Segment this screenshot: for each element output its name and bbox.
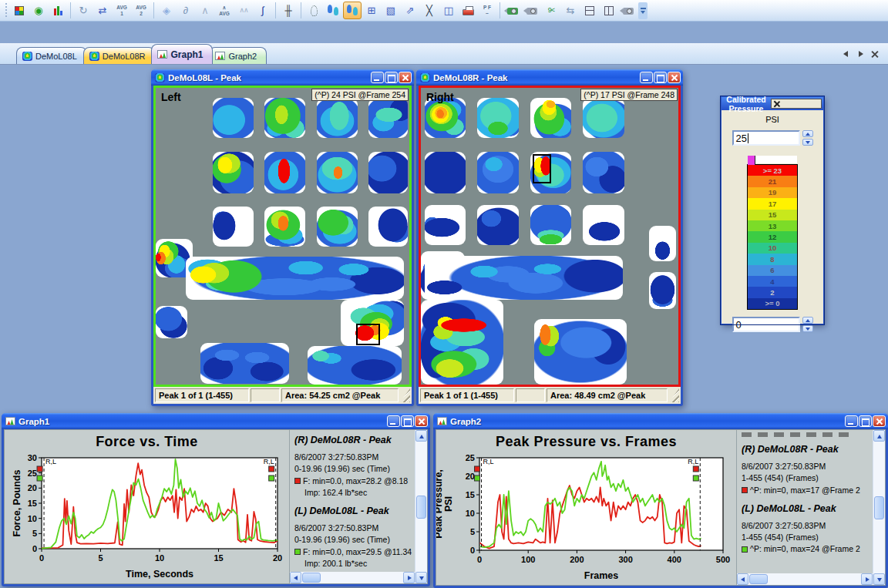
tab-graph2[interactable]: Graph2 [209,47,267,64]
pressure-cell[interactable] [264,152,305,193]
max-spin-up-icon[interactable] [802,130,813,137]
integral-icon[interactable]: ∫ [254,2,272,19]
graph1-titlebar[interactable]: Graph1 [2,413,430,429]
cell-grid-icon[interactable]: ⊞ [362,2,381,19]
pressure-cell[interactable] [368,152,408,193]
close-button[interactable] [399,72,412,83]
pressure-cell[interactable] [477,98,518,138]
scroll-up-icon[interactable] [415,430,427,442]
pressure-cell[interactable] [317,98,358,138]
movie-camera-icon[interactable] [503,2,522,19]
pressure-cell[interactable] [368,207,408,247]
tools-icon[interactable]: ╳ [420,2,439,19]
pressure-cell[interactable] [368,98,408,138]
pressure-cell[interactable] [213,152,254,193]
graph1-vertical-scrollbar[interactable] [415,430,427,583]
toolbar-overflow-icon[interactable] [638,2,648,19]
tab-scroll-right-icon[interactable] [856,49,866,59]
tile-horizontal-icon[interactable] [580,2,599,19]
pressure-cell[interactable] [317,207,358,247]
pressure-cell[interactable] [264,207,305,247]
pressure-cell[interactable] [530,98,571,138]
pressure-cell[interactable] [264,98,305,138]
rotate-icon[interactable]: ↻ [74,2,92,19]
pressure-cell[interactable] [477,152,518,193]
pressure-cell[interactable] [213,207,254,247]
both-feet-icon[interactable] [324,2,342,19]
foot-outline-icon[interactable] [304,2,323,19]
pf-display-icon[interactable]: P F~ [478,2,496,19]
force-time-chart-zone[interactable]: Force vs. Time 05101520253005101520R,LR,… [5,430,290,583]
scroll-thumb[interactable] [749,574,768,584]
pressure-cell[interactable] [200,343,289,384]
left-pressure-map[interactable]: Left (^P) 24 PSI @Frame 254 [156,88,409,385]
max-pressure-input[interactable]: 25 [732,130,800,146]
close-button[interactable] [873,415,886,427]
pressure-cell[interactable] [583,205,624,245]
resize-grip[interactable] [400,388,410,402]
pressure-cell[interactable] [317,152,358,193]
minimize-button[interactable] [387,415,400,427]
right-map-titlebar[interactable]: DeMoL08R - Peak [416,69,683,86]
selected-cell-outline[interactable] [356,324,380,344]
screen-capture-icon[interactable] [619,2,637,19]
tab-scroll-left-icon[interactable] [841,49,851,59]
graph2-horizontal-scrollbar[interactable] [737,573,873,585]
pressure-cell[interactable] [186,257,404,300]
zoom-arrow-icon[interactable]: ⇗ [401,2,419,19]
film-print-icon[interactable] [459,2,477,19]
close-button[interactable] [668,72,681,83]
min-pressure-input[interactable]: 0 [732,317,800,332]
pressure-cell[interactable] [649,226,676,261]
pressure-cell[interactable] [534,319,627,385]
pressure-cell[interactable] [421,300,503,385]
selected-cell-outline[interactable] [533,154,551,183]
close-button[interactable] [415,415,428,427]
palette-close-icon[interactable] [771,99,822,109]
peak-pressure-chart-zone[interactable]: Peak Pressure vs. Frames 051015202501002… [436,430,737,585]
pressure-cell[interactable] [425,256,623,301]
frame-export-icon[interactable]: 9< [542,2,560,19]
scroll-up-icon[interactable] [873,430,885,442]
minimize-button[interactable] [371,72,384,83]
multi-peak-icon[interactable]: ∧∧ [234,2,253,19]
resize-grip[interactable] [669,388,679,402]
pressure-cell[interactable] [213,98,254,138]
pressure-cell[interactable] [583,152,624,193]
min-spin-down-icon[interactable] [802,325,813,332]
scroll-right-icon[interactable] [861,573,873,585]
peak-pressure-chart[interactable]: 05101520250100200300400500R,LR,LFramesPe… [436,450,734,583]
3d-view-icon[interactable] [49,2,67,19]
2d-view-icon[interactable] [10,2,29,19]
maximize-button[interactable] [859,415,872,427]
graph1-horizontal-scrollbar[interactable] [290,572,415,583]
video-export-icon[interactable] [523,2,541,19]
pressure-cell[interactable] [156,306,187,338]
minimize-button[interactable] [640,72,653,83]
tab-close-icon[interactable] [870,49,880,59]
average-2-icon[interactable]: AVG2 [132,2,150,19]
right-pressure-map[interactable]: Right (^P) 17 PSI @Frame 248 [421,88,678,385]
palette-titlebar[interactable]: Calibrated Pressure [722,97,823,110]
graph2-titlebar[interactable]: Graph2 [433,413,888,429]
tab-graph1[interactable]: Graph1 [151,44,213,64]
tab-demol08l[interactable]: DeMoL08L [16,47,87,64]
graph-new-icon[interactable]: ▧ [382,2,400,19]
average-curve-icon[interactable]: ∧AVG [215,2,234,19]
pressure-cell[interactable] [477,205,518,245]
pressure-cell[interactable] [425,98,466,138]
pressure-cell[interactable] [308,346,402,385]
pressure-cell[interactable] [530,205,571,245]
pressure-cell[interactable] [341,300,404,346]
mirror-icon[interactable]: ⇄ [93,2,112,19]
scroll-thumb[interactable] [302,573,321,583]
maximize-button[interactable] [385,72,398,83]
minimize-button[interactable] [845,415,858,427]
gauge-icon[interactable]: ◫ [439,2,458,19]
smoothing-icon[interactable]: ∂ [177,2,195,19]
loop-playback-icon[interactable]: ⇆ [561,2,580,19]
force-time-chart[interactable]: 05101520253005101520R,LR,LTime, SecondsF… [5,450,287,581]
left-map-titlebar[interactable]: DeMoL08L - Peak [151,69,414,86]
scroll-down-icon[interactable] [415,572,427,583]
maximize-button[interactable] [654,72,667,83]
